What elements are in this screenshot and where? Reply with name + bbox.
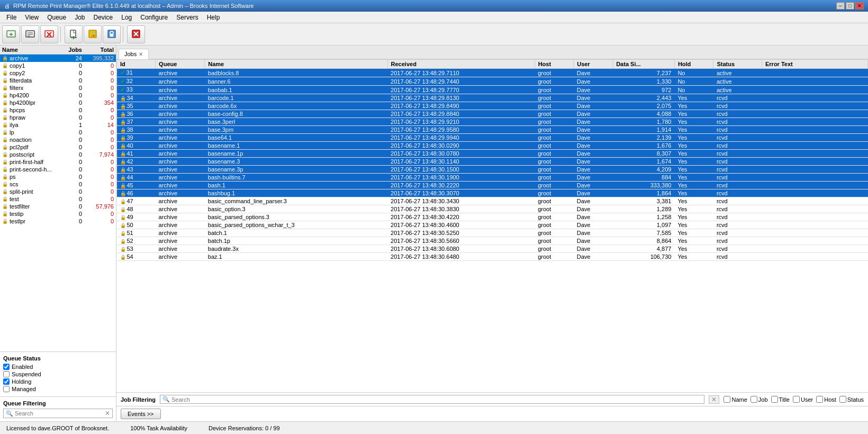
col-header-host[interactable]: Host bbox=[535, 60, 574, 69]
col-header-received[interactable]: Received bbox=[387, 60, 535, 69]
managed-checkbox[interactable] bbox=[3, 386, 10, 392]
menu-item-view[interactable]: View bbox=[21, 13, 43, 22]
queue-row-print-first-half[interactable]: 🔒print-first-half00 bbox=[0, 158, 116, 166]
queue-row-test[interactable]: 🔒test00 bbox=[0, 195, 116, 203]
queue-row-hp4200lpr[interactable]: 🔒hp4200lpr0354 bbox=[0, 99, 116, 106]
queue-row-pcl2pdf[interactable]: 🔒pcl2pdf00 bbox=[0, 143, 116, 151]
queue-row-hp4200[interactable]: 🔒hp420000 bbox=[0, 92, 116, 99]
menu-item-queue[interactable]: Queue bbox=[43, 13, 70, 22]
events-button[interactable]: Events >> bbox=[121, 409, 161, 419]
col-header-hold[interactable]: Hold bbox=[674, 60, 713, 69]
menu-item-help[interactable]: Help bbox=[203, 13, 224, 22]
filter-name-label[interactable]: Name bbox=[724, 396, 747, 403]
maximize-button[interactable]: □ bbox=[846, 2, 854, 10]
holding-checkbox[interactable] bbox=[3, 378, 10, 385]
table-row[interactable]: 🔒43archivebasename.3p2017-06-27 13:48:30… bbox=[117, 166, 868, 174]
table-row[interactable]: 🔒46archivebashbug.12017-06-27 13:48:30.3… bbox=[117, 189, 868, 197]
table-row[interactable]: ✓ 31archivebadblocks.82017-06-27 13:48:2… bbox=[117, 69, 868, 77]
queue-row-postscript[interactable]: 🔒postscript07,974 bbox=[0, 151, 116, 158]
table-row[interactable]: 🔒41archivebasename.1p2017-06-27 13:48:30… bbox=[117, 150, 868, 158]
enabled-checkbox[interactable] bbox=[3, 364, 10, 370]
queue-row-copy1[interactable]: 🔒copy100 bbox=[0, 62, 116, 69]
delete-x-button[interactable] bbox=[127, 25, 145, 43]
queue-row-noaction[interactable]: 🔒noaction00 bbox=[0, 136, 116, 143]
queue-row-ilya[interactable]: 🔒ilya114 bbox=[0, 121, 116, 129]
menu-item-device[interactable]: Device bbox=[89, 13, 117, 22]
table-row[interactable]: 🔒44archivebash-builtins.72017-06-27 13:4… bbox=[117, 174, 868, 182]
table-row[interactable]: 🔒35archivebarcode.6x2017-06-27 13:48:29.… bbox=[117, 102, 868, 110]
filter-name-checkbox[interactable] bbox=[724, 396, 730, 403]
queue-row-filterdata[interactable]: 🔒filterdata00 bbox=[0, 77, 116, 84]
suspended-checkbox-row[interactable]: Suspended bbox=[3, 371, 113, 377]
table-row[interactable]: 🔒39archivebase64.12017-06-27 13:48:29.99… bbox=[117, 134, 868, 142]
table-row[interactable]: 🔒47archivebasic_command_line_parser.3201… bbox=[117, 197, 868, 205]
queue-row-split-print[interactable]: 🔒split-print00 bbox=[0, 188, 116, 195]
table-row[interactable]: 🔒53archivebaudrate.3x2017-06-27 13:48:30… bbox=[117, 245, 868, 253]
menu-item-file[interactable]: File bbox=[2, 13, 21, 22]
jobs-tab-close[interactable]: ✕ bbox=[139, 51, 143, 57]
queue-row-archive[interactable]: 🔒archive24395,332 bbox=[0, 55, 116, 62]
queue-row-testfilter[interactable]: 🔒testfilter057,976 bbox=[0, 203, 116, 210]
table-row[interactable]: 🔒34archivebarcode.12017-06-27 13:48:29.8… bbox=[117, 94, 868, 102]
menu-item-log[interactable]: Log bbox=[117, 13, 136, 22]
table-row[interactable]: 🔒42archivebasename.32017-06-27 13:48:30.… bbox=[117, 158, 868, 166]
delete-red-button[interactable] bbox=[40, 25, 58, 43]
queue-row-copy2[interactable]: 🔒copy200 bbox=[0, 69, 116, 77]
table-row[interactable]: 🔒49archivebasic_parsed_options.32017-06-… bbox=[117, 213, 868, 221]
job-search-clear[interactable]: ✕ bbox=[709, 395, 719, 404]
menu-item-job[interactable]: Job bbox=[70, 13, 89, 22]
jobs-tab[interactable]: Jobs ✕ bbox=[119, 49, 149, 59]
queue-row-testlpr[interactable]: 🔒testlpr00 bbox=[0, 218, 116, 225]
table-row[interactable]: 🔒36archivebase-config.82017-06-27 13:48:… bbox=[117, 110, 868, 118]
table-row[interactable]: 🔒40archivebasename.12017-06-27 13:48:30.… bbox=[117, 142, 868, 150]
properties-button[interactable] bbox=[21, 25, 39, 43]
suspended-checkbox[interactable] bbox=[3, 371, 10, 377]
menu-item-configure[interactable]: Configure bbox=[136, 13, 172, 22]
menu-item-servers[interactable]: Servers bbox=[172, 13, 202, 22]
filter-user-label[interactable]: User bbox=[793, 396, 813, 403]
filter-title-label[interactable]: Title bbox=[771, 396, 790, 403]
table-row[interactable]: 🔒38archivebase.3pm2017-06-27 13:48:29.95… bbox=[117, 126, 868, 134]
filter-host-checkbox[interactable] bbox=[816, 396, 823, 403]
col-header-name[interactable]: Name bbox=[205, 60, 387, 69]
col-header-datasize[interactable]: Data Si... bbox=[613, 60, 675, 69]
new-doc-button[interactable] bbox=[65, 25, 83, 43]
queue-search-box[interactable]: 🔍 ✕ bbox=[3, 409, 113, 418]
minimize-button[interactable]: ─ bbox=[836, 2, 845, 10]
jobs-table-container[interactable]: Id Queue Name Received Host User Data Si… bbox=[116, 59, 868, 392]
hold-button[interactable]: 🔒 bbox=[84, 25, 102, 43]
col-header-id[interactable]: Id bbox=[117, 60, 156, 69]
filter-status-label[interactable]: Status bbox=[839, 396, 864, 403]
filter-user-checkbox[interactable] bbox=[793, 396, 800, 403]
filter-title-checkbox[interactable] bbox=[771, 396, 778, 403]
filter-status-checkbox[interactable] bbox=[839, 396, 846, 403]
table-row[interactable]: 🔒51archivebatch.12017-06-27 13:48:30.525… bbox=[117, 229, 868, 237]
queue-row-hpraw[interactable]: 🔒hpraw00 bbox=[0, 114, 116, 121]
filter-host-label[interactable]: Host bbox=[816, 396, 836, 403]
filter-job-checkbox[interactable] bbox=[751, 396, 757, 403]
queue-row-ps[interactable]: 🔒ps00 bbox=[0, 173, 116, 180]
table-row[interactable]: 🔒52archivebatch.1p2017-06-27 13:48:30.56… bbox=[117, 237, 868, 245]
managed-checkbox-row[interactable]: Managed bbox=[3, 386, 113, 392]
table-row[interactable]: 🔒54archivebaz.12017-06-27 13:48:30.6480g… bbox=[117, 253, 868, 261]
holding-checkbox-row[interactable]: Holding bbox=[3, 378, 113, 385]
col-header-errortext[interactable]: Error Text bbox=[762, 60, 868, 69]
job-search-input[interactable] bbox=[171, 396, 702, 403]
queue-search-input[interactable] bbox=[15, 410, 103, 417]
table-row[interactable]: ✓ 32archivebanner.62017-06-27 13:48:29.7… bbox=[117, 77, 868, 86]
queue-row-hpcps[interactable]: 🔒hpcps00 bbox=[0, 106, 116, 114]
queue-row-lp[interactable]: 🔒lp00 bbox=[0, 129, 116, 136]
queue-row-filterx[interactable]: 🔒filterx00 bbox=[0, 84, 116, 92]
close-button[interactable]: ✕ bbox=[855, 2, 864, 10]
table-row[interactable]: 🔒48archivebasic_option.32017-06-27 13:48… bbox=[117, 205, 868, 213]
table-row[interactable]: 🔒45archivebash.12017-06-27 13:48:30.2220… bbox=[117, 182, 868, 189]
table-row[interactable]: 🔒50archivebasic_parsed_options_wchar_t_3… bbox=[117, 221, 868, 229]
lock-button[interactable] bbox=[103, 25, 121, 43]
enabled-checkbox-row[interactable]: Enabled bbox=[3, 364, 113, 370]
col-header-queue[interactable]: Queue bbox=[156, 60, 205, 69]
queue-row-scs[interactable]: 🔒scs00 bbox=[0, 180, 116, 188]
table-row[interactable]: 🔒37archivebase.3perl2017-06-27 13:48:29.… bbox=[117, 118, 868, 126]
table-row[interactable]: ✓ 33archivebaobab.12017-06-27 13:48:29.7… bbox=[117, 86, 868, 94]
queue-row-testip[interactable]: 🔒testip00 bbox=[0, 210, 116, 218]
filter-job-label[interactable]: Job bbox=[751, 396, 768, 403]
